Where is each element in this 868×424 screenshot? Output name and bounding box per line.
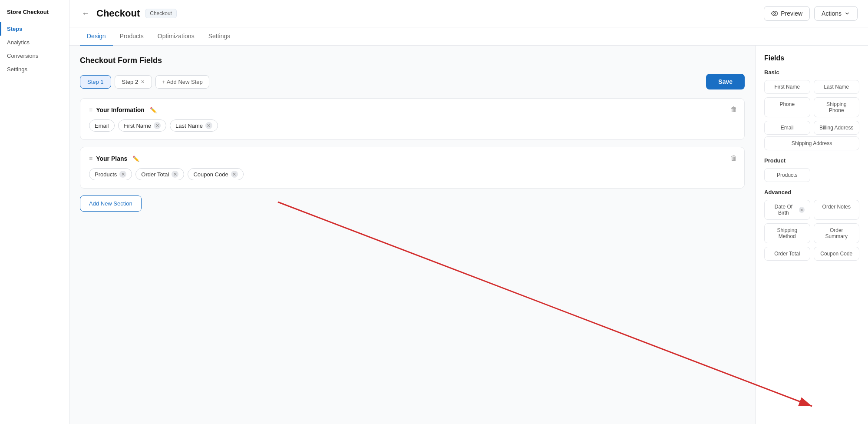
step-2-label: Step 2	[122, 79, 139, 85]
form-title: Checkout Form Fields	[80, 56, 745, 65]
actions-label: Actions	[822, 10, 842, 17]
breadcrumb-badge: Checkout	[145, 9, 177, 18]
edit-icon-1[interactable]: ✏️	[150, 107, 157, 113]
fields-panel-title: Fields	[764, 54, 859, 62]
add-step-button[interactable]: + Add New Step	[155, 75, 209, 89]
panel-field-phone[interactable]: Phone	[764, 97, 810, 117]
steps-bar: Step 1 Step 2 ✕ + Add New Step Save	[80, 74, 745, 89]
panel-field-order-notes[interactable]: Order Notes	[814, 200, 860, 220]
field-email-label: Email	[95, 123, 109, 129]
drag-icon-2: ≡	[89, 155, 92, 162]
save-button[interactable]: Save	[706, 74, 745, 89]
panel-dob-close[interactable]: ✕	[799, 207, 805, 213]
field-lastname-close[interactable]: ✕	[205, 122, 212, 129]
section-header-2: ≡ Your Plans ✏️	[89, 155, 736, 162]
header-right: Preview Actions	[764, 6, 858, 21]
panel-field-email[interactable]: Email	[764, 121, 810, 135]
panel-field-order-total[interactable]: Order Total	[764, 247, 810, 261]
header: ← Checkout Checkout Preview Actions	[69, 0, 868, 27]
sidebar-item-settings[interactable]: Settings	[0, 63, 69, 76]
field-couponcode-close[interactable]: ✕	[231, 171, 238, 178]
field-couponcode-label: Coupon Code	[193, 171, 228, 178]
delete-section-2-icon[interactable]: 🗑	[730, 154, 737, 162]
product-section-title: Product	[764, 157, 859, 164]
panel-field-order-summary[interactable]: Order Summary	[814, 223, 860, 243]
tabs-bar: Design Products Optimizations Settings	[69, 27, 868, 46]
step-1-label: Step 1	[87, 79, 104, 85]
section-header-1: ≡ Your Information ✏️	[89, 106, 736, 113]
panel-field-coupon-code[interactable]: Coupon Code	[814, 247, 860, 261]
field-lastname-label: Last Name	[175, 123, 203, 129]
section-1-fields: Email First Name ✕ Last Name ✕	[89, 119, 736, 132]
field-products-close[interactable]: ✕	[119, 171, 126, 178]
field-ordertotal-label: Order Total	[141, 171, 169, 178]
back-button[interactable]: ←	[80, 7, 91, 20]
delete-section-1-icon[interactable]: 🗑	[730, 106, 737, 113]
preview-button[interactable]: Preview	[764, 6, 810, 21]
preview-label: Preview	[781, 10, 802, 17]
field-tag-couponcode: Coupon Code ✕	[188, 168, 243, 180]
actions-button[interactable]: Actions	[814, 6, 858, 21]
tab-design[interactable]: Design	[80, 27, 113, 46]
field-products-label: Products	[95, 171, 117, 178]
section-your-plans: ≡ Your Plans ✏️ 🗑 Products ✕ Order Total…	[80, 147, 745, 189]
panel-dob-label: Date Of Birth	[770, 204, 797, 216]
section-your-information: ≡ Your Information ✏️ 🗑 Email First Name…	[80, 98, 745, 140]
field-tag-products: Products ✕	[89, 168, 132, 180]
sidebar-item-conversions[interactable]: Conversions	[0, 49, 69, 63]
edit-icon-2[interactable]: ✏️	[132, 156, 139, 162]
step-1-button[interactable]: Step 1	[80, 75, 111, 89]
field-firstname-close[interactable]: ✕	[154, 122, 161, 129]
save-label: Save	[718, 78, 733, 85]
content-wrapper: Checkout Form Fields Step 1 Step 2 ✕ + A…	[69, 46, 868, 424]
advanced-fields-grid: Date Of Birth ✕ Order Notes Shipping Met…	[764, 200, 859, 261]
tab-settings[interactable]: Settings	[201, 27, 238, 46]
field-tag-firstname: First Name ✕	[118, 119, 167, 132]
panel-field-shipping-phone[interactable]: Shipping Phone	[814, 97, 860, 117]
panel-field-products[interactable]: Products	[764, 168, 810, 182]
form-area: Checkout Form Fields Step 1 Step 2 ✕ + A…	[69, 46, 755, 424]
advanced-section-title: Advanced	[764, 189, 859, 195]
field-firstname-label: First Name	[124, 123, 152, 129]
sidebar-item-steps[interactable]: Steps	[0, 22, 69, 36]
product-fields-grid: Products	[764, 168, 859, 182]
section-title-1: Your Information	[96, 106, 145, 113]
eye-icon	[771, 10, 778, 17]
section-title-2: Your Plans	[96, 155, 127, 162]
chevron-down-icon	[844, 10, 850, 17]
panel-field-shipping-address[interactable]: Shipping Address	[764, 136, 859, 150]
field-ordertotal-close[interactable]: ✕	[172, 171, 178, 178]
tab-optimizations[interactable]: Optimizations	[151, 27, 201, 46]
add-section-button[interactable]: Add New Section	[80, 195, 142, 212]
panel-field-billing-address[interactable]: Billing Address	[814, 121, 860, 135]
page-title: Checkout	[96, 8, 140, 19]
sidebar: Store Checkout Steps Analytics Conversio…	[0, 0, 69, 424]
step-2-button[interactable]: Step 2 ✕	[115, 75, 152, 89]
add-section-label: Add New Section	[89, 200, 132, 207]
basic-section-title: Basic	[764, 69, 859, 76]
step-2-close-icon[interactable]: ✕	[141, 79, 145, 85]
field-tag-ordertotal: Order Total ✕	[135, 168, 184, 180]
svg-point-0	[774, 13, 776, 14]
section-2-fields: Products ✕ Order Total ✕ Coupon Code ✕	[89, 168, 736, 180]
basic-fields-grid: First Name Last Name Phone Shipping Phon…	[764, 80, 859, 135]
panel-field-dob[interactable]: Date Of Birth ✕	[764, 200, 810, 220]
sidebar-app-title: Store Checkout	[0, 9, 69, 22]
svg-line-2	[278, 202, 755, 406]
panel-field-shipping-method[interactable]: Shipping Method	[764, 223, 810, 243]
header-left: ← Checkout Checkout	[80, 7, 177, 20]
panel-field-lastname[interactable]: Last Name	[814, 80, 860, 94]
add-step-label: + Add New Step	[162, 79, 203, 85]
panel-field-firstname[interactable]: First Name	[764, 80, 810, 94]
field-tag-email: Email	[89, 119, 115, 132]
fields-panel: Fields Basic First Name Last Name Phone …	[755, 46, 868, 424]
main-content: ← Checkout Checkout Preview Actions Desi…	[69, 0, 868, 424]
field-tag-lastname: Last Name ✕	[170, 119, 218, 132]
drag-icon: ≡	[89, 106, 92, 113]
tab-products[interactable]: Products	[113, 27, 151, 46]
sidebar-item-analytics[interactable]: Analytics	[0, 36, 69, 49]
